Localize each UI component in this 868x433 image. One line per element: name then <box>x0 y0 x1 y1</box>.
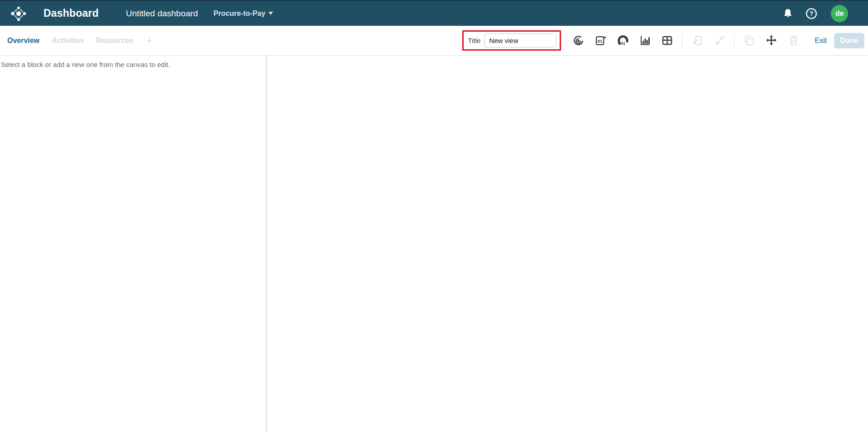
chevron-down-icon <box>269 12 273 15</box>
dashboard-canvas[interactable] <box>267 56 868 432</box>
dashboard-name[interactable]: Untitled dashboard <box>126 9 198 19</box>
toolbar-row: Overview Activities Resources + Title 01 <box>0 26 868 56</box>
main-area: Select a block or add a new one from the… <box>0 56 868 432</box>
tab-activities[interactable]: Activities <box>52 37 84 45</box>
svg-text:01: 01 <box>621 41 626 46</box>
topbar-right: ? de <box>782 5 848 22</box>
app-title: Dashboard <box>43 7 99 19</box>
avatar[interactable]: de <box>831 5 848 22</box>
tab-resources[interactable]: Resources <box>96 37 133 45</box>
block-editor-panel: Select a block or add a new one from the… <box>0 56 267 432</box>
view-title-label: Title <box>468 37 481 44</box>
gauge-icon[interactable]: 01 <box>617 34 629 47</box>
svg-text:?: ? <box>810 10 814 17</box>
move-icon[interactable] <box>765 34 777 47</box>
toolbar-divider <box>734 34 734 48</box>
number-icon[interactable]: 01 <box>595 34 607 47</box>
bar-chart-icon[interactable] <box>639 34 651 47</box>
view-tabs: Overview Activities Resources + <box>7 35 152 47</box>
workspace-label: Procure-to-Pay <box>213 10 265 18</box>
done-button[interactable]: Done <box>834 33 864 48</box>
view-title-input[interactable] <box>484 33 556 48</box>
move-to-view-icon <box>691 34 703 47</box>
table-icon[interactable] <box>661 34 673 47</box>
toolbar-divider <box>682 34 682 48</box>
topbar: Dashboard Untitled dashboard Procure-to-… <box>0 0 868 26</box>
view-title-group: Title <box>462 30 561 51</box>
editor-placeholder-text: Select a block or add a new one from the… <box>1 61 260 68</box>
duplicate-icon <box>743 34 755 47</box>
workspace-selector[interactable]: Procure-to-Pay <box>213 10 273 18</box>
tab-overview[interactable]: Overview <box>7 37 39 45</box>
help-icon[interactable]: ? <box>806 8 817 19</box>
format-painter-icon <box>713 34 725 47</box>
add-view-button[interactable]: + <box>146 35 152 47</box>
tracker-icon[interactable] <box>572 34 585 47</box>
app-logo-icon[interactable] <box>10 5 27 22</box>
delete-icon <box>787 34 800 47</box>
exit-button[interactable]: Exit <box>815 37 827 45</box>
notifications-bell-icon[interactable] <box>782 8 794 19</box>
svg-text:01: 01 <box>598 38 603 43</box>
edit-toolbar: Title 01 01 <box>462 30 864 51</box>
